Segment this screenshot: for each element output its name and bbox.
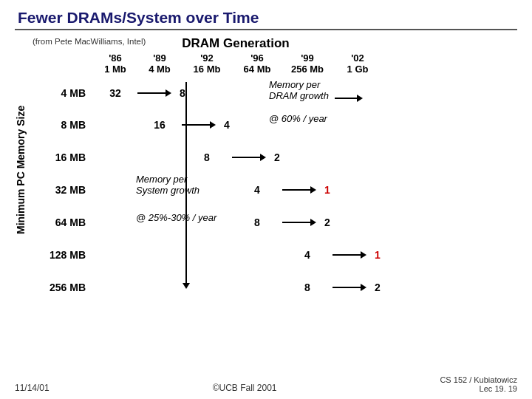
arrow-256mb <box>332 284 366 291</box>
arrow-4mb <box>137 89 171 97</box>
footer: 11/14/01 ©UCB Fall 2001 CS 152 / Kubiato… <box>15 375 517 393</box>
cell-32mb-99: 1 <box>316 184 338 196</box>
row-8mb: 8 MB 16 4 @ 60% / year <box>33 109 517 141</box>
body-area: Minimum PC Memory Size (from Pete MacWil… <box>15 36 517 304</box>
label-256mb: 256 MB <box>33 282 93 293</box>
label-128mb: 128 MB <box>33 249 93 261</box>
arrow-16mb <box>232 154 266 161</box>
arrow-128mb <box>332 251 366 259</box>
right-content: (from Pete MacWilliams, Intel) DRAM Gene… <box>27 36 517 304</box>
cell-32mb-96: 4 <box>232 184 282 196</box>
annotation-memory-dram: Memory per DRAM growth <box>269 79 363 102</box>
slide: Fewer DRAMs/System over Time Minimum PC … <box>0 0 532 399</box>
footer-copyright: ©UCB Fall 2001 <box>213 383 277 393</box>
cell-256mb-99: 8 <box>282 282 332 293</box>
down-arrow-89 <box>183 82 190 289</box>
cell-8mb-92: 4 <box>216 119 238 131</box>
cell-256mb-02: 2 <box>366 282 389 293</box>
label-4mb: 4 MB <box>33 87 93 99</box>
y-axis-label: Minimum PC Memory Size <box>15 36 27 304</box>
annotation-system-1: Memory per System growth <box>136 174 200 196</box>
arrow-32mb <box>282 186 316 194</box>
cell-4mb-86: 32 <box>93 87 137 99</box>
row-4mb: 4 MB 32 8 Memory per DRAM growth <box>33 78 517 109</box>
year-96: '96 <box>232 52 282 64</box>
annotation-memory-dram-3: @ 60% / year <box>269 113 327 124</box>
row-64mb: 64 MB 8 2 @ 25%-30% / year <box>33 206 517 239</box>
mb-02: 1 Gb <box>332 64 383 75</box>
slide-title: Fewer DRAMs/System over Time <box>15 9 517 30</box>
label-64mb: 64 MB <box>33 216 93 228</box>
cell-128mb-02: 1 <box>366 249 389 261</box>
data-rows-container: 4 MB 32 8 Memory per DRAM growth <box>33 78 517 304</box>
mb-99: 256 Mb <box>282 64 332 75</box>
label-16mb: 16 MB <box>33 151 93 163</box>
source-note: (from Pete MacWilliams, Intel) <box>33 36 146 47</box>
year-89: '89 <box>137 52 182 64</box>
cell-128mb-99: 4 <box>282 249 332 261</box>
mb-86: 1 Mb <box>93 64 137 75</box>
year-02: '02 <box>332 52 383 64</box>
footer-course: CS 152 / Kubiatowicz Lec 19. 19 <box>440 375 517 393</box>
row-32mb: 32 MB 4 1 Memory per System growth <box>33 174 517 206</box>
label-8mb: 8 MB <box>33 119 93 131</box>
cell-64mb-99: 2 <box>316 216 338 228</box>
footer-date: 11/14/01 <box>15 383 50 393</box>
cell-16mb-96: 2 <box>266 151 288 163</box>
row-256mb: 256 MB 8 2 <box>33 271 517 304</box>
cell-64mb-96: 8 <box>232 216 282 228</box>
year-99: '99 <box>282 52 332 64</box>
mb-92: 16 Mb <box>182 64 232 75</box>
row-128mb: 128 MB 4 1 <box>33 239 517 271</box>
header-years-row: '86 '89 '92 '96 '99 '02 <box>33 52 517 64</box>
cell-8mb-89: 16 <box>137 119 182 131</box>
arrow-64mb <box>282 219 316 226</box>
header-mb-row: 1 Mb 4 Mb 16 Mb 64 Mb 256 Mb 1 Gb <box>33 64 517 75</box>
mb-89: 4 Mb <box>137 64 182 75</box>
row-16mb: 16 MB 8 2 <box>33 141 517 174</box>
annotation-system-3: @ 25%-30% / year <box>136 212 216 223</box>
mb-96: 64 Mb <box>232 64 282 75</box>
label-32mb: 32 MB <box>33 184 93 196</box>
year-86: '86 <box>93 52 137 64</box>
year-92: '92 <box>182 52 232 64</box>
